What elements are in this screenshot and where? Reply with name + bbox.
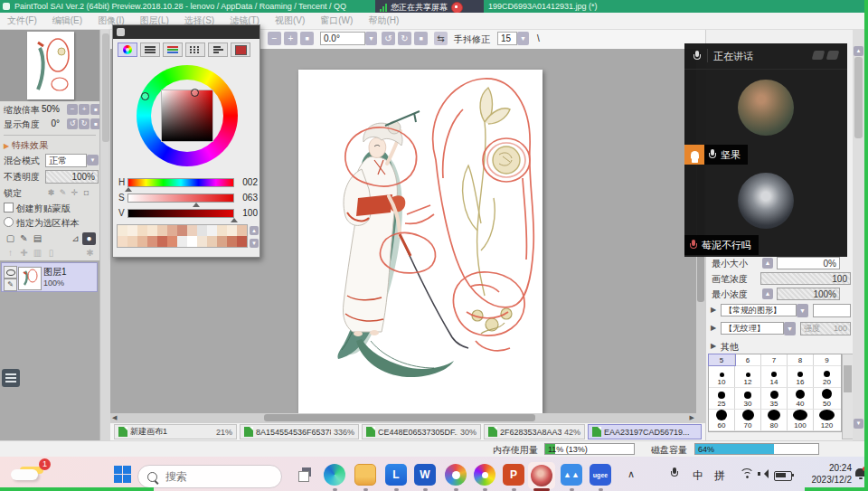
- hue-slider[interactable]: [127, 178, 234, 187]
- value-slider[interactable]: [127, 209, 234, 218]
- swatch-15[interactable]: [127, 236, 137, 247]
- texture-expand-icon[interactable]: ▶: [711, 324, 716, 332]
- swatch-17[interactable]: [147, 236, 157, 247]
- tray-mic-icon[interactable]: [671, 467, 678, 480]
- min-size-value[interactable]: 0%: [777, 257, 840, 269]
- new-pen-layer-icon[interactable]: ✎: [17, 232, 31, 245]
- min-size-pressure-button[interactable]: ▲: [762, 258, 773, 269]
- brush-size-14[interactable]: 14: [761, 366, 788, 387]
- qq-overlay-header[interactable]: 正在讲话: [684, 43, 847, 70]
- zoom-out-button[interactable]: −: [268, 32, 281, 45]
- document-tab-5[interactable]: EAA23197CAD56719...: [588, 424, 702, 439]
- qq-avatar-button[interactable]: [528, 462, 555, 489]
- panel-menu-button[interactable]: [2, 369, 20, 387]
- brush-size-16[interactable]: 16: [788, 366, 814, 387]
- canvas-artwork[interactable]: [298, 70, 542, 413]
- selection-sample-row[interactable]: 指定为选区样本: [0, 216, 99, 230]
- lock-transparency-icon[interactable]: ✽: [45, 187, 57, 199]
- tab-mixer[interactable]: [185, 42, 205, 57]
- swatch-24[interactable]: [217, 236, 227, 247]
- stabilizer-dropdown[interactable]: ▼: [517, 32, 529, 45]
- nav-zoom-in-button[interactable]: +: [79, 104, 90, 115]
- ime-pinyin-indicator[interactable]: 拼: [714, 468, 725, 484]
- zoom-reset-button[interactable]: ■: [300, 32, 314, 45]
- layer-edit-toggle[interactable]: ✎: [4, 279, 17, 291]
- scroll-right-icon[interactable]: ▶: [690, 413, 694, 422]
- menu-item-9[interactable]: 帮助(H): [368, 14, 399, 27]
- scroll-left-icon[interactable]: ◀: [112, 413, 117, 422]
- stabilizer-value[interactable]: 15: [497, 32, 517, 45]
- weather-widget[interactable]: 1: [7, 462, 51, 487]
- swatch-18[interactable]: [157, 236, 167, 247]
- duplicate-layer-icon[interactable]: ▥: [31, 247, 44, 260]
- layer-row-selected[interactable]: ✎ 图层1 100%: [1, 262, 98, 292]
- swatch-10[interactable]: [207, 225, 217, 236]
- swatch-9[interactable]: [197, 225, 207, 236]
- tray-expand-chevron[interactable]: ∧: [627, 468, 635, 480]
- brush-size-9[interactable]: 9: [814, 354, 840, 365]
- line-tool-icon[interactable]: \: [537, 33, 540, 43]
- brush-shape-select[interactable]: 【常规的图形】: [721, 304, 797, 316]
- swatch-19[interactable]: [167, 236, 177, 247]
- document-tab-1[interactable]: 新建画布121%: [114, 424, 237, 439]
- scrollbar-down-button[interactable]: ▼: [854, 419, 863, 429]
- shape-expand-icon[interactable]: ▶: [711, 306, 716, 314]
- clipping-mask-checkbox[interactable]: [4, 203, 14, 212]
- brush-size-30[interactable]: 30: [735, 388, 761, 409]
- document-tab-2[interactable]: 8A154554536F65378...336%: [240, 424, 359, 439]
- layer-settings-icon[interactable]: ✱: [83, 247, 97, 260]
- hue-marker[interactable]: [141, 92, 149, 100]
- special-effects-header[interactable]: ▶ 特殊效果: [0, 138, 99, 152]
- brush-size-100[interactable]: 100: [788, 410, 814, 430]
- tab-rgb-sliders[interactable]: [163, 42, 183, 57]
- tab-swatch-picker[interactable]: [231, 42, 250, 57]
- swatch-5[interactable]: [157, 225, 167, 236]
- brush-size-25[interactable]: 25: [709, 388, 735, 409]
- swatch-6[interactable]: [167, 225, 177, 236]
- mask-icon[interactable]: ●: [82, 232, 96, 245]
- tab-color-wheel[interactable]: [118, 42, 137, 57]
- zoom-in-button[interactable]: +: [284, 32, 297, 45]
- new-folder-icon[interactable]: ▤: [31, 232, 44, 245]
- swatch-scroll-up[interactable]: ▲: [250, 226, 259, 235]
- search-input[interactable]: [164, 469, 258, 484]
- saturation-slider[interactable]: [127, 194, 234, 203]
- swatch-12[interactable]: [227, 225, 237, 236]
- opacity-slider[interactable]: 100%: [45, 170, 99, 184]
- edge-icon[interactable]: [324, 464, 345, 486]
- saturation-value-square[interactable]: [162, 90, 212, 141]
- photos-icon[interactable]: [474, 464, 495, 486]
- brush-size-20[interactable]: 20: [814, 366, 840, 387]
- task-view-button[interactable]: [298, 467, 313, 480]
- min-density-pressure-button[interactable]: ▲: [762, 288, 773, 299]
- swatch-2[interactable]: [127, 225, 137, 236]
- swatch-11[interactable]: [217, 225, 227, 236]
- word-icon[interactable]: W: [414, 464, 436, 486]
- swatch-3[interactable]: [137, 225, 147, 236]
- angle-field[interactable]: 0.0°: [320, 32, 365, 45]
- angle-dropdown[interactable]: ▼: [365, 32, 377, 45]
- merge-down-icon[interactable]: ↑: [4, 247, 17, 260]
- brush-size-6[interactable]: 6: [735, 354, 761, 365]
- brush-size-40[interactable]: 40: [788, 388, 814, 409]
- new-layer-icon[interactable]: ▢: [4, 232, 17, 245]
- rotate-reset-button[interactable]: ■: [414, 32, 428, 45]
- layer-visibility-toggle[interactable]: [4, 266, 17, 279]
- scrollbar-up-button[interactable]: ▲: [854, 46, 863, 56]
- rotate-cw-button[interactable]: ↻: [398, 32, 411, 45]
- selection-sample-radio[interactable]: [4, 217, 14, 227]
- member-avatar-2[interactable]: [738, 173, 794, 229]
- nav-rotate-cw-button[interactable]: ↻: [79, 118, 90, 129]
- lock-all-icon[interactable]: ◘: [80, 187, 92, 199]
- nav-rotate-ccw-button[interactable]: ↺: [67, 118, 78, 129]
- swatch-7[interactable]: [177, 225, 187, 236]
- swatch-16[interactable]: [137, 236, 147, 247]
- battery-icon[interactable]: [774, 471, 792, 481]
- brush-size-80[interactable]: 80: [761, 410, 788, 430]
- flip-button[interactable]: ⇆: [434, 32, 448, 45]
- density-slider[interactable]: 100: [760, 272, 851, 285]
- menu-item-2[interactable]: 编辑(E): [52, 14, 82, 27]
- swatch-20[interactable]: [177, 236, 187, 247]
- brush-size-35[interactable]: 35: [761, 388, 788, 409]
- swatch-26[interactable]: [237, 236, 247, 247]
